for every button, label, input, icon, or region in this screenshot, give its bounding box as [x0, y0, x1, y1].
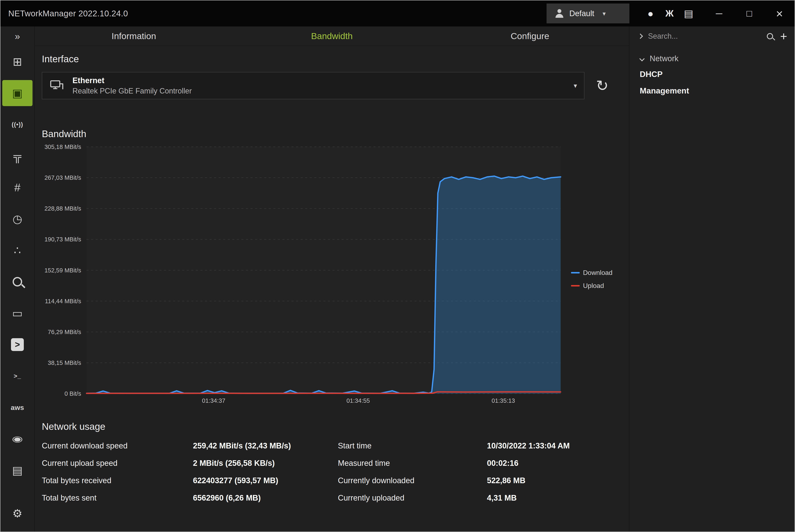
y-tick-label: 114,44 MBit/s [45, 298, 81, 305]
y-tick-label: 38,15 MBit/s [48, 360, 81, 366]
sidebar-item-powershell[interactable]: > [0, 329, 35, 360]
window-title: NETworkManager 2022.10.24.0 [8, 9, 128, 18]
usage-value: 622403277 (593,57 MB) [193, 476, 338, 485]
terminal-icon: >_ [14, 373, 21, 379]
profiles-panel: + Network DHCP Management [629, 26, 795, 532]
titlebar-right: Default ▾ ● Ж ▤ ─ □ × [546, 0, 795, 26]
port-scanner-icon: # [14, 182, 20, 193]
main-area: Information Bandwidth Configure Interfac… [35, 26, 629, 532]
usage-label: Current upload speed [42, 459, 193, 468]
sidebar-item-aws-session-manager[interactable]: aws [0, 392, 35, 423]
usage-value: 00:02:16 [487, 459, 629, 468]
usage-label: Start time [338, 441, 487, 450]
profile-icon [555, 9, 564, 18]
network-interface-icon: ▣ [12, 88, 22, 99]
minimize-button[interactable]: ─ [704, 0, 734, 26]
legend-download: Download [571, 269, 612, 277]
chevron-down-icon [639, 56, 645, 61]
sidebar-item-ip-scanner[interactable]: ╦ [0, 140, 35, 172]
legend-upload: Upload [571, 282, 612, 289]
x-tick-label: 01:34:55 [347, 397, 370, 404]
maximize-button[interactable]: □ [734, 0, 764, 26]
usage-value: 259,42 MBit/s (32,43 MB/s) [193, 441, 338, 450]
expand-sidebar-icon: » [15, 32, 20, 41]
chart-plot: 01:34:3701:34:5501:35:13 [87, 147, 561, 409]
dns-lookup-icon [13, 277, 22, 286]
y-tick-label: 267,03 MBit/s [44, 174, 81, 181]
ping-monitor-icon: ◷ [13, 213, 22, 224]
sidebar-item-settings[interactable]: ⚙ [0, 499, 35, 528]
add-profile-button[interactable]: + [778, 30, 789, 42]
legend-download-label: Download [583, 269, 612, 277]
tab-configure-label: Configure [510, 31, 549, 41]
tab-configure[interactable]: Configure [431, 26, 629, 45]
tab-bandwidth[interactable]: Bandwidth [233, 26, 431, 45]
usage-label: Measured time [338, 459, 487, 468]
sidebar-item-ping-monitor[interactable]: ◷ [0, 203, 35, 234]
x-tick-label: 01:35:13 [492, 397, 515, 404]
ethernet-adapter-icon [49, 79, 66, 92]
network-usage-heading: Network usage [42, 421, 629, 432]
sidebar-item-remote-desktop[interactable]: ▭ [0, 298, 35, 329]
aws-icon: aws [11, 404, 24, 411]
profile-group-label: Network [650, 54, 679, 63]
sidebar-item-dashboard[interactable]: ⊞ [0, 46, 35, 77]
sidebar-item-discovery-protocol[interactable]: ◉ [0, 423, 35, 455]
bandwidth-chart: 305,18 MBit/s267,03 MBit/s228,88 MBit/s1… [42, 147, 629, 409]
tab-bandwidth-label: Bandwidth [311, 31, 353, 41]
profile-selector[interactable]: Default ▾ [546, 3, 629, 23]
interface-row: Ethernet Realtek PCIe GbE Family Control… [42, 72, 629, 99]
documentation-icon[interactable]: ▤ [679, 0, 698, 26]
powershell-icon: > [11, 338, 24, 351]
y-tick-label: 76,29 MBit/s [48, 329, 81, 336]
network-usage-table: Current download speed 259,42 MBit/s (32… [42, 437, 629, 507]
upload-swatch [571, 285, 580, 286]
sidebar: » ⊞ ▣ ((•)) ╦ # ◷ ∴ ▭ > [0, 26, 35, 532]
sidebar-item-traceroute[interactable]: ∴ [0, 234, 35, 266]
usage-label: Current download speed [42, 441, 193, 450]
adapter-text: Ethernet Realtek PCIe GbE Family Control… [72, 76, 192, 95]
refresh-icon: ↻ [596, 77, 609, 94]
bandwidth-chart-svg [87, 147, 561, 394]
y-tick-label: 152,59 MBit/s [44, 267, 81, 274]
eye-icon: ◉ [12, 435, 23, 443]
interface-dropdown[interactable]: Ethernet Realtek PCIe GbE Family Control… [42, 72, 584, 99]
sidebar-item-terminal[interactable]: >_ [0, 360, 35, 392]
main-content: Interface Ethernet Realtek PCIe GbE Fami… [35, 46, 629, 507]
sidebar-item-dns-lookup[interactable] [0, 266, 35, 298]
sidebar-expand-button[interactable]: » [0, 26, 35, 46]
usage-value: 10/30/2022 1:33:04 AM [487, 441, 629, 450]
sidebar-item-network-interface[interactable]: ▣ [2, 80, 33, 106]
chart-x-labels: 01:34:3701:34:5501:35:13 [87, 396, 561, 409]
y-tick-label: 228,88 MBit/s [44, 205, 81, 212]
bug-report-icon[interactable]: Ж [660, 0, 679, 26]
chart-y-labels: 305,18 MBit/s267,03 MBit/s228,88 MBit/s1… [42, 147, 87, 394]
usage-label: Currently downloaded [338, 476, 487, 485]
adapter-name: Ethernet [72, 76, 192, 85]
y-tick-label: 190,73 MBit/s [44, 236, 81, 243]
dashboard-icon: ⊞ [13, 56, 22, 67]
usage-value: 6562960 (6,26 MB) [193, 494, 338, 502]
refresh-button[interactable]: ↻ [596, 78, 609, 93]
collapse-panel-icon[interactable] [638, 34, 643, 39]
sidebar-item-wifi[interactable]: ((•)) [0, 109, 35, 140]
profile-caret-icon: ▾ [602, 10, 606, 17]
titlebar: NETworkManager 2022.10.24.0 Default ▾ ● … [0, 0, 795, 26]
sidebar-item-port-scanner[interactable]: # [0, 172, 35, 203]
sidebar-item-lookup[interactable]: ▤ [0, 455, 35, 486]
profile-search-input[interactable] [648, 32, 761, 41]
profile-item-dhcp[interactable]: DHCP [629, 66, 795, 82]
profile-item-management[interactable]: Management [629, 82, 795, 99]
profile-name: Default [569, 9, 594, 18]
profile-group-header[interactable]: Network [629, 46, 795, 66]
tab-information-label: Information [112, 31, 156, 41]
lookup-card-icon: ▤ [12, 465, 22, 476]
wifi-icon: ((•)) [12, 121, 23, 128]
close-button[interactable]: × [764, 0, 795, 26]
traceroute-icon: ∴ [14, 245, 21, 256]
download-swatch [571, 272, 580, 273]
ip-scanner-icon: ╦ [14, 150, 21, 162]
usage-value: 2 MBit/s (256,58 KB/s) [193, 459, 338, 468]
github-icon[interactable]: ● [641, 0, 660, 26]
tab-information[interactable]: Information [35, 26, 233, 45]
